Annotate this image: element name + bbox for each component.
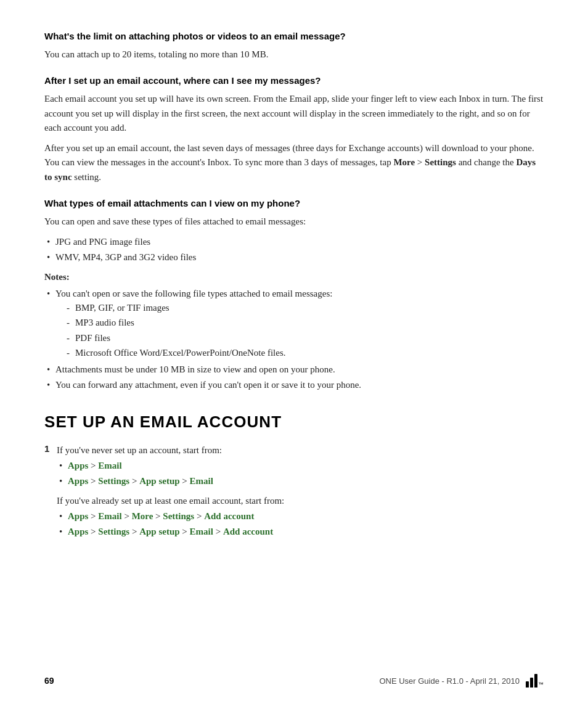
separator: >: [197, 511, 204, 521]
list-item: WMV, MP4, 3GP and 3G2 video files: [44, 250, 544, 265]
note1-text: You can't open or save the following fil…: [55, 289, 332, 298]
email-label: Email: [190, 527, 213, 536]
separator: >: [216, 527, 223, 536]
separator: >: [91, 461, 98, 470]
days-to-sync-bold: Days to sync: [44, 157, 536, 181]
step-number: 1: [44, 443, 57, 454]
list-item: JPG and PNG image files: [44, 235, 544, 249]
apps-label: Apps: [68, 461, 88, 470]
separator: >: [155, 511, 163, 521]
step1-bullets: Apps > Email Apps > Settings > App setup…: [57, 459, 544, 489]
add-account-label: Add account: [204, 511, 254, 521]
guide-text: ONE User Guide - R1.0 - April 21, 2010: [379, 676, 520, 686]
add-account-label: Add account: [223, 527, 273, 536]
kin-logo: ™: [526, 674, 544, 688]
step1-body: If you've never set up an account, start…: [57, 443, 544, 544]
separator: >: [182, 527, 187, 536]
list-item: PDF files: [55, 331, 544, 345]
section2-heading: After I set up an email account, where c…: [44, 75, 544, 86]
separator: >: [132, 527, 139, 536]
section2-para1: Each email account you set up will have …: [44, 92, 544, 135]
section1-heading: What's the limit on attaching photos or …: [44, 31, 544, 41]
page-number: 69: [44, 676, 54, 686]
apps-label: Apps: [68, 511, 88, 521]
step1-mid: If you've already set up at least one em…: [57, 493, 544, 508]
step1-block: 1 If you've never set up an account, sta…: [44, 443, 544, 544]
sub-list: BMP, GIF, or TIF images MP3 audio files …: [55, 301, 544, 360]
separator: >: [182, 476, 189, 486]
list-item: Apps > Email: [57, 459, 544, 473]
notes-label: Notes:: [44, 270, 544, 284]
app-setup-label: App setup: [139, 527, 179, 536]
list-item: MP3 audio files: [55, 316, 544, 330]
section1-para1: You can attach up to 20 items, totaling …: [44, 47, 544, 62]
email-label: Email: [98, 511, 121, 521]
separator: >: [91, 476, 98, 486]
setup-heading: SET UP AN EMAIL ACCOUNT: [44, 413, 544, 432]
logo-bar3: [534, 674, 537, 688]
logo-bar1: [526, 681, 529, 688]
section3-heading: What types of email attachments can I vi…: [44, 198, 544, 208]
list-item: You can't open or save the following fil…: [44, 287, 544, 360]
page: What's the limit on attaching photos or …: [0, 0, 588, 706]
apps-label: Apps: [68, 476, 88, 486]
footer-right: ONE User Guide - R1.0 - April 21, 2010 ™: [379, 674, 544, 688]
section2-para2: After you set up an email account, the l…: [44, 141, 544, 184]
step1-row: 1 If you've never set up an account, sta…: [44, 443, 544, 544]
trademark: ™: [538, 682, 544, 688]
list-item: Attachments must be under 10 MB in size …: [44, 363, 544, 377]
separator: >: [132, 476, 139, 486]
logo-bar2: [530, 678, 533, 688]
logo-bars: [526, 674, 537, 688]
separator: >: [124, 511, 131, 521]
list-item: BMP, GIF, or TIF images: [55, 301, 544, 315]
list-item: Apps > Settings > App setup > Email: [57, 474, 544, 488]
separator: >: [91, 511, 98, 521]
separator: >: [91, 527, 98, 536]
list-item: You can forward any attachment, even if …: [44, 378, 544, 392]
list-item: Microsoft Office Word/Excel/PowerPoint/O…: [55, 346, 544, 360]
more-label: More: [132, 511, 153, 521]
email-label: Email: [190, 476, 213, 486]
list-item: Apps > Email > More > Settings > Add acc…: [57, 509, 544, 523]
settings-label: Settings: [163, 511, 194, 521]
notes-bullets: You can't open or save the following fil…: [44, 287, 544, 393]
step1-intro: If you've never set up an account, start…: [57, 443, 544, 458]
apps-label: Apps: [68, 527, 88, 536]
settings-label: Settings: [98, 527, 129, 536]
email-label: Email: [98, 461, 121, 470]
section3-intro: You can open and save these types of fil…: [44, 215, 544, 229]
step1-bullets2: Apps > Email > More > Settings > Add acc…: [57, 509, 544, 540]
list-item: Apps > Settings > App setup > Email > Ad…: [57, 525, 544, 539]
section3-bullets: JPG and PNG image files WMV, MP4, 3GP an…: [44, 235, 544, 265]
footer: 69 ONE User Guide - R1.0 - April 21, 201…: [0, 674, 588, 688]
settings-label: Settings: [98, 476, 129, 486]
settings-bold: Settings: [425, 157, 456, 167]
app-setup-label: App setup: [139, 476, 179, 486]
more-bold: More: [393, 157, 415, 167]
